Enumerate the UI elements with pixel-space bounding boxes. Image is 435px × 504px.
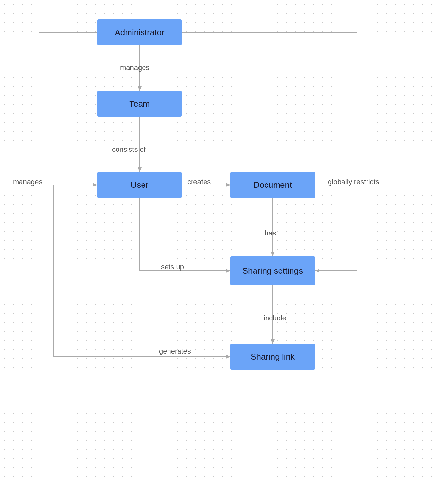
administrator-label: Administrator bbox=[115, 28, 164, 38]
sharing-settings-label: Sharing settings bbox=[242, 266, 303, 276]
svg-marker-11 bbox=[226, 355, 230, 359]
svg-marker-8 bbox=[226, 269, 230, 273]
consists-of-label: consists of bbox=[112, 145, 146, 154]
has-label: has bbox=[265, 229, 276, 237]
svg-marker-7 bbox=[271, 252, 275, 256]
user-label: User bbox=[131, 180, 149, 190]
svg-marker-10 bbox=[271, 339, 275, 344]
creates-label: creates bbox=[187, 178, 211, 186]
svg-marker-13 bbox=[315, 269, 319, 273]
user-node: User bbox=[97, 172, 182, 198]
team-label: Team bbox=[129, 99, 150, 109]
sharing-link-node: Sharing link bbox=[230, 344, 315, 370]
svg-marker-1 bbox=[138, 86, 142, 91]
include-label: include bbox=[264, 314, 286, 322]
globally-restricts-label: globally restricts bbox=[328, 178, 379, 186]
diagram-canvas: Administrator Team User Document Sharing… bbox=[0, 0, 435, 504]
arrows-svg bbox=[0, 0, 435, 504]
sets-up-label: sets up bbox=[161, 263, 184, 271]
manages-down-label: manages bbox=[120, 64, 150, 72]
sharing-settings-node: Sharing settings bbox=[230, 256, 315, 285]
svg-marker-3 bbox=[138, 167, 142, 172]
generates-label: generates bbox=[159, 347, 191, 355]
document-label: Document bbox=[254, 180, 292, 190]
team-node: Team bbox=[97, 91, 182, 117]
document-node: Document bbox=[230, 172, 315, 198]
manages-left-label: manages bbox=[13, 178, 43, 186]
svg-marker-5 bbox=[226, 183, 230, 187]
administrator-node: Administrator bbox=[97, 19, 182, 45]
svg-marker-12 bbox=[93, 183, 97, 187]
sharing-link-label: Sharing link bbox=[251, 352, 295, 362]
